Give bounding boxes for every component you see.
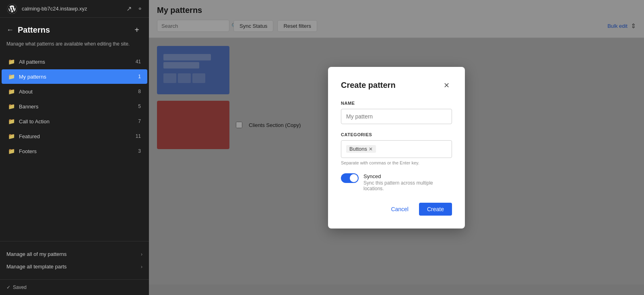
nav-item-label: About bbox=[19, 89, 138, 95]
sidebar-item-footers[interactable]: 📁 Footers 3 bbox=[2, 144, 147, 158]
folder-icon: 📁 bbox=[8, 88, 15, 95]
nav-item-label: Banners bbox=[19, 104, 138, 110]
nav-item-count: 41 bbox=[136, 59, 141, 64]
saved-label: Saved bbox=[13, 285, 27, 290]
name-input[interactable] bbox=[341, 109, 452, 124]
nav-item-count: 7 bbox=[138, 118, 141, 124]
folder-icon: 📁 bbox=[8, 133, 15, 139]
nav-item-count: 11 bbox=[136, 133, 141, 139]
create-button[interactable]: Create bbox=[419, 203, 452, 216]
nav-item-label: My patterns bbox=[19, 74, 138, 80]
external-link-icon[interactable]: ↗ bbox=[126, 5, 132, 12]
synced-text-group: Synced Sync this pattern across multiple… bbox=[363, 173, 452, 191]
back-button[interactable]: ← bbox=[6, 26, 14, 34]
topbar-icons: ↗ ⚬ bbox=[126, 5, 142, 12]
site-name: calming-bb7c24.instawp.xyz bbox=[22, 6, 126, 12]
name-label: NAME bbox=[341, 101, 452, 106]
manage-patterns-link[interactable]: Manage all of my patterns › bbox=[6, 248, 142, 260]
nav-item-label: Footers bbox=[19, 148, 138, 154]
chevron-right-icon: › bbox=[141, 251, 142, 257]
wordpress-logo bbox=[6, 3, 18, 15]
folder-icon: 📁 bbox=[8, 118, 15, 125]
search-topbar-icon[interactable]: ⚬ bbox=[137, 5, 142, 12]
sidebar-title: Patterns bbox=[18, 25, 131, 35]
create-pattern-modal: Create pattern ✕ NAME CATEGORIES Buttons… bbox=[328, 67, 465, 229]
synced-row: Synced Sync this pattern across multiple… bbox=[341, 173, 452, 191]
sidebar-item-featured[interactable]: 📁 Featured 11 bbox=[2, 129, 147, 143]
folder-icon: 📁 bbox=[8, 148, 15, 154]
synced-label: Synced bbox=[363, 173, 452, 179]
manage-patterns-label: Manage all of my patterns bbox=[6, 251, 67, 257]
modal-header: Create pattern ✕ bbox=[341, 80, 452, 91]
name-form-group: NAME bbox=[341, 101, 452, 124]
add-pattern-button[interactable]: + bbox=[131, 24, 142, 35]
modal-footer: Cancel Create bbox=[341, 203, 452, 216]
categories-form-group: CATEGORIES Buttons ✕ Separate with comma… bbox=[341, 132, 452, 165]
topbar: calming-bb7c24.instawp.xyz ↗ ⚬ bbox=[0, 0, 149, 18]
nav-item-label: All patterns bbox=[19, 59, 136, 65]
main-area: My patterns 🔍 Sync Status Reset filters … bbox=[149, 0, 644, 295]
category-tag: Buttons ✕ bbox=[346, 145, 376, 153]
folder-icon: 📁 bbox=[8, 73, 15, 80]
modal-overlay: Create pattern ✕ NAME CATEGORIES Buttons… bbox=[149, 0, 644, 295]
chevron-right-icon: › bbox=[141, 264, 142, 270]
sidebar-item-my-patterns[interactable]: 📁 My patterns 1 bbox=[2, 69, 147, 84]
cancel-button[interactable]: Cancel bbox=[384, 203, 415, 216]
nav-item-count: 8 bbox=[138, 89, 141, 94]
sidebar-description: Manage what patterns are available when … bbox=[0, 39, 149, 54]
checkmark-icon: ✓ bbox=[6, 285, 10, 290]
modal-close-button[interactable]: ✕ bbox=[441, 80, 452, 91]
sidebar-item-about[interactable]: 📁 About 8 bbox=[2, 84, 147, 99]
nav-item-count: 5 bbox=[138, 104, 141, 109]
manage-template-parts-label: Manage all template parts bbox=[6, 264, 67, 270]
nav-item-label: Featured bbox=[19, 133, 136, 139]
sidebar-item-all-patterns[interactable]: 📁 All patterns 41 bbox=[2, 54, 147, 69]
categories-label: CATEGORIES bbox=[341, 132, 452, 137]
synced-toggle[interactable] bbox=[341, 173, 359, 183]
nav-item-count: 1 bbox=[138, 74, 141, 79]
nav-item-count: 3 bbox=[138, 148, 141, 154]
sidebar-links: Manage all of my patterns › Manage all t… bbox=[0, 241, 149, 279]
synced-description: Sync this pattern across multiple locati… bbox=[363, 180, 452, 191]
sidebar-item-banners[interactable]: 📁 Banners 5 bbox=[2, 99, 147, 114]
sidebar-nav: 📁 All patterns 41 📁 My patterns 1 📁 Abou… bbox=[0, 54, 149, 241]
toggle-thumb bbox=[350, 174, 358, 182]
sidebar-header: ← Patterns + bbox=[0, 18, 149, 39]
manage-template-parts-link[interactable]: Manage all template parts › bbox=[6, 260, 142, 273]
categories-hint: Separate with commas or the Enter key. bbox=[341, 160, 452, 165]
sidebar: calming-bb7c24.instawp.xyz ↗ ⚬ ← Pattern… bbox=[0, 0, 149, 295]
saved-status: ✓ Saved bbox=[0, 279, 149, 295]
modal-title: Create pattern bbox=[341, 81, 396, 90]
sidebar-item-call-to-action[interactable]: 📁 Call to Action 7 bbox=[2, 114, 147, 129]
category-tag-label: Buttons bbox=[349, 146, 367, 152]
categories-input[interactable]: Buttons ✕ bbox=[341, 140, 452, 158]
remove-tag-button[interactable]: ✕ bbox=[369, 146, 373, 152]
folder-icon: 📁 bbox=[8, 103, 15, 110]
nav-item-label: Call to Action bbox=[19, 118, 138, 125]
folder-icon: 📁 bbox=[8, 58, 15, 65]
